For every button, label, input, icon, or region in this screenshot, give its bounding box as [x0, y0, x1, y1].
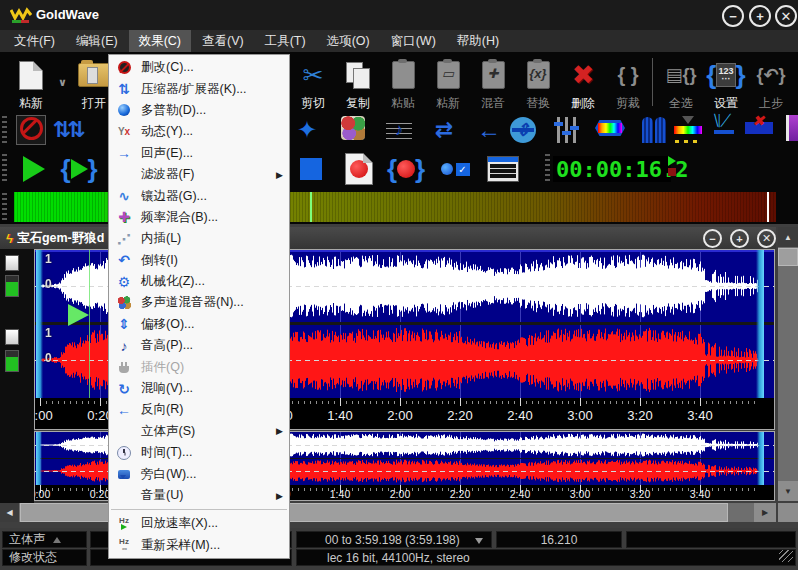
swap-arrows-button[interactable]: ⇄	[429, 115, 459, 145]
star-burst-button[interactable]: ✦	[292, 115, 322, 145]
sound-close-button[interactable]: ✕	[757, 229, 776, 248]
scroll-left-icon[interactable]: ◀	[0, 503, 19, 522]
record-selection-button[interactable]: {}	[383, 151, 429, 187]
right-channel-volume-fader[interactable]	[5, 350, 19, 372]
playhead-line[interactable]	[89, 250, 90, 398]
menu-item-倒转[interactable]: ↶倒转(I)	[109, 250, 289, 271]
menu-item-动态[interactable]: Yx动态(Y)...	[109, 121, 289, 142]
stop-button[interactable]	[293, 151, 329, 187]
menu-item-音高[interactable]: ♪音高(P)...	[109, 335, 289, 356]
dropdown-chevron-button[interactable]: ∨	[55, 54, 70, 110]
left-channel-balance-fader[interactable]	[5, 255, 19, 271]
menu-item-回声[interactable]: →回声(E)...	[109, 143, 289, 164]
no-entry-button[interactable]	[16, 115, 46, 145]
delete-cross-button[interactable]: ✖删除	[560, 54, 606, 110]
scroll-down-icon[interactable]: ▼	[778, 481, 798, 501]
monitor-button[interactable]: ✓	[432, 151, 478, 187]
toolbar-grip[interactable]	[545, 154, 550, 184]
play-selection-button[interactable]: {}	[57, 151, 101, 187]
menubar-item-e[interactable]: 编辑(E)	[66, 30, 128, 53]
menu-item-时间[interactable]: 时间(T)...	[109, 442, 289, 463]
status-mode-cell[interactable]: 立体声	[2, 531, 87, 548]
noise-gate-button[interactable]	[639, 115, 669, 145]
scroll-right-icon[interactable]: ▶	[754, 503, 776, 522]
menu-item-频率混合[interactable]: ✚频率混合(B)...	[109, 207, 289, 228]
narration-spark-button[interactable]	[709, 115, 739, 145]
menubar-item-w[interactable]: 窗口(W)	[381, 30, 446, 53]
menu-item-回放速率[interactable]: Hz回放速率(X)...	[109, 513, 289, 534]
record-new-button[interactable]	[339, 151, 379, 187]
playhead-marker-icon[interactable]	[68, 304, 89, 326]
paste-new-page-button[interactable]: 粘新	[8, 54, 54, 110]
vscroll-track[interactable]	[778, 227, 798, 501]
ruler-label: 3:40	[690, 488, 710, 500]
menubar-item-h[interactable]: 帮助(H)	[447, 30, 509, 53]
resize-grip[interactable]	[779, 549, 793, 562]
left-channel-volume-fader[interactable]	[5, 275, 19, 297]
toolbar-grip[interactable]	[2, 116, 7, 144]
offset-sphere-button[interactable]: ⇕	[508, 115, 538, 145]
overview-selection-end-marker[interactable]	[757, 432, 764, 485]
selection-end-marker[interactable]	[756, 250, 764, 398]
menu-item-立体声[interactable]: 立体声(S)▶	[109, 421, 289, 442]
set-selection-button[interactable]: {123···}设置	[703, 54, 749, 110]
trim-braces-button[interactable]: { }剪裁	[605, 54, 651, 110]
reverse-arrow-button[interactable]: ←	[474, 115, 504, 145]
vertical-scrollbar: ▲ ▼	[778, 227, 798, 501]
toolbar-grip[interactable]	[2, 154, 7, 184]
sound-minimize-button[interactable]: −	[703, 229, 722, 248]
control-properties-button[interactable]	[482, 151, 524, 187]
menubar-item-f[interactable]: 文件(F)	[4, 30, 65, 53]
pitch-staff-button[interactable]: ♪	[384, 115, 414, 145]
menubar-item-t[interactable]: 工具(T)	[255, 30, 316, 53]
paste-new-clipboard-button[interactable]: ▭粘新	[425, 54, 471, 110]
menubar-item-c[interactable]: 效果(C)	[129, 30, 191, 53]
vscroll-thumb[interactable]	[778, 248, 798, 266]
menu-item-压缩器/扩展器[interactable]: ⇅压缩器/扩展器(K)...	[109, 78, 289, 99]
rainbow-pitch-button[interactable]	[673, 115, 703, 145]
silence-cross-button[interactable]: ✖	[744, 115, 774, 145]
menubar-item-o[interactable]: 选项(O)	[317, 30, 380, 53]
color-mixer-button[interactable]	[338, 115, 368, 145]
paste-clipboard-button[interactable]: 粘贴	[380, 54, 426, 110]
selection-start-marker[interactable]	[36, 250, 43, 398]
menu-item-机械化[interactable]: ⚙机械化(Z)...	[109, 271, 289, 292]
select-all-button[interactable]: ▤{}全选	[658, 54, 704, 110]
expander-arrows-button[interactable]: ⇅⇅	[52, 115, 82, 145]
status-position-cell[interactable]: 16.210	[496, 531, 622, 548]
menu-item-镶边器[interactable]: ∿镶边器(G)...	[109, 185, 289, 206]
maximize-button[interactable]: +	[749, 5, 771, 27]
menu-item-删改[interactable]: 删改(C)...	[109, 57, 289, 78]
menu-item-旁白[interactable]: 旁白(W)...	[109, 463, 289, 484]
menu-item-反向[interactable]: ←反向(R)	[109, 399, 289, 420]
menu-item-重新采样[interactable]: Hz∞重新采样(M)...	[109, 535, 289, 556]
undo-step-button[interactable]: {↶}上步	[748, 54, 794, 110]
rainbow-hexagon-button[interactable]	[595, 115, 625, 145]
menu-item-混响[interactable]: ↻混响(V)...	[109, 378, 289, 399]
meter-grip[interactable]	[2, 193, 7, 221]
close-button[interactable]: ✕	[775, 5, 797, 27]
menu-item-滤波器[interactable]: 滤波器(F)▶	[109, 164, 289, 185]
overview-selection-start-marker[interactable]	[36, 432, 42, 485]
minimize-button[interactable]: −	[722, 5, 744, 27]
copy-pages-button[interactable]: 复制	[335, 54, 381, 110]
eq-sliders-button[interactable]	[551, 115, 581, 145]
sound-maximize-button[interactable]: +	[730, 229, 749, 248]
cut-scissors-button[interactable]: ✂剪切	[290, 54, 336, 110]
selection-dropdown-icon[interactable]	[475, 538, 483, 544]
menu-item-偏移[interactable]: ⇕偏移(O)...	[109, 314, 289, 335]
dropdown-chevron-icon: ∨	[55, 54, 70, 110]
menubar-item-v[interactable]: 查看(V)	[192, 30, 254, 53]
scroll-up-icon[interactable]: ▲	[778, 227, 798, 247]
play-button[interactable]	[14, 151, 54, 187]
right-channel-balance-fader[interactable]	[5, 329, 19, 345]
menu-item-多声道混音器[interactable]: 多声道混音器(N)...	[109, 292, 289, 313]
replace-clipboard-button[interactable]: {x}替换	[515, 54, 561, 110]
cut-scissors-icon: ✂	[290, 54, 336, 96]
menu-item-内插[interactable]: ⋰内插(L)	[109, 228, 289, 249]
menu-item-多普勒[interactable]: 多普勒(D)...	[109, 100, 289, 121]
menu-item-音量[interactable]: 音量(U)▶	[109, 485, 289, 506]
clipped-edge-button[interactable]	[779, 115, 798, 145]
status-selection-cell[interactable]: 00 to 3:59.198 (3:59.198)	[296, 531, 492, 548]
mix-clipboard-button[interactable]: ✚混音	[470, 54, 516, 110]
